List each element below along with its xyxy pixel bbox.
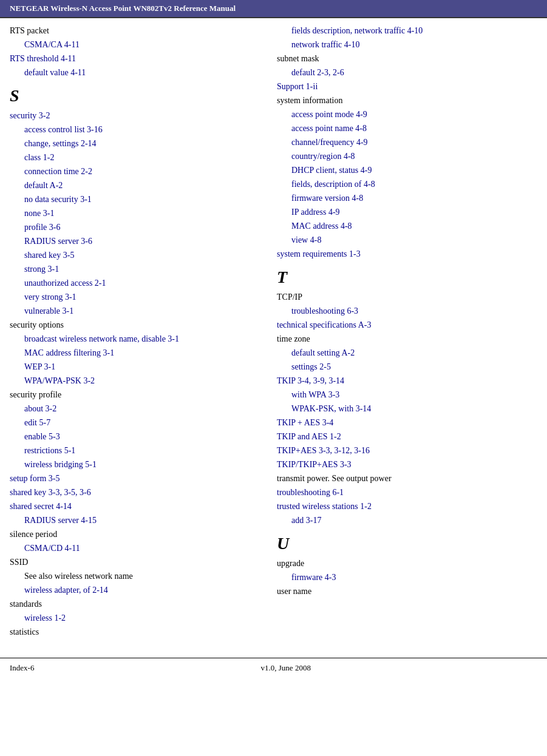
index-entry: default A-2 [10,179,265,192]
index-link[interactable]: add 3-17 [291,516,321,525]
index-entry: troubleshooting 6-1 [277,486,537,499]
index-entry: firmware 4-3 [277,571,537,584]
index-link[interactable]: system requirements 1-3 [277,249,361,258]
index-link[interactable]: edit 5-7 [24,418,50,427]
index-link[interactable]: with WPA 3-3 [291,390,339,399]
index-link[interactable]: WPA/WPA-PSK 3-2 [24,376,95,385]
index-link[interactable]: CSMA/CA 4-11 [24,40,80,49]
index-link[interactable]: troubleshooting 6-3 [291,306,358,316]
index-link[interactable]: TKIP and AES 1-2 [277,432,341,441]
index-link[interactable]: TKIP/TKIP+AES 3-3 [277,460,352,469]
index-entry: security 3-2 [10,109,265,122]
index-link[interactable]: CSMA/CD 4-11 [24,544,80,553]
index-entry: strong 3-1 [10,263,265,275]
index-link[interactable]: network traffic 4-10 [291,40,359,49]
index-link[interactable]: Support 1-ii [277,82,318,91]
index-link[interactable]: channel/frequency 4-9 [291,138,368,147]
index-link[interactable]: unauthorized access 2-1 [24,278,106,288]
index-link[interactable]: fields description, network traffic 4-10 [291,26,423,35]
index-link[interactable]: MAC address 4-8 [291,221,352,231]
index-entry: CSMA/CA 4-11 [10,38,265,51]
index-link[interactable]: shared secret 4-14 [10,502,72,511]
index-link[interactable]: security 3-2 [10,111,50,120]
index-entry: WPAK-PSK, with 3-14 [277,402,537,415]
index-link[interactable]: restrictions 5-1 [24,446,75,455]
index-link[interactable]: shared key 3-3, 3-5, 3-6 [10,488,91,497]
index-entry: broadcast wireless network name, disable… [10,332,265,345]
index-link[interactable]: none 3-1 [24,209,54,218]
index-entry: user name [277,585,537,598]
index-link[interactable]: strong 3-1 [24,265,59,274]
index-link[interactable]: shared key 3-5 [24,251,74,260]
index-link[interactable]: WPAK-PSK, with 3-14 [291,404,371,413]
index-link[interactable]: WEP 3-1 [24,362,55,371]
index-link[interactable]: trusted wireless stations 1-2 [277,502,372,511]
index-link[interactable]: view 4-8 [291,235,321,245]
index-entry: time zone [277,332,537,345]
index-link[interactable]: no data security 3-1 [24,195,92,204]
index-link[interactable]: enable 5-3 [24,432,60,441]
index-link[interactable]: vulnerable 3-1 [24,306,73,316]
index-entry: MAC address filtering 3-1 [10,346,265,359]
index-link[interactable]: default A-2 [24,181,63,190]
index-entry: troubleshooting 6-3 [277,305,537,317]
index-entry: shared key 3-3, 3-5, 3-6 [10,486,265,499]
index-link[interactable]: wireless adapter, of 2-14 [24,586,108,595]
index-link[interactable]: change, settings 2-14 [24,139,97,148]
index-entry: access point mode 4-9 [277,108,537,121]
index-link[interactable]: profile 3-6 [24,223,60,232]
index-link[interactable]: access control list 3-16 [24,125,103,134]
index-entry: WPA/WPA-PSK 3-2 [10,374,265,387]
index-entry: fields, description of 4-8 [277,178,537,191]
index-link[interactable]: default value 4-11 [24,68,86,77]
index-link[interactable]: TKIP+AES 3-3, 3-12, 3-16 [277,446,370,455]
index-link[interactable]: fields, description of 4-8 [291,180,375,189]
index-link[interactable]: broadcast wireless network name, disable… [24,334,179,343]
index-entry: SSID [10,556,265,569]
index-entry: security profile [10,388,265,401]
index-entry: shared key 3-5 [10,249,265,262]
index-entry: Support 1-ii [277,80,537,93]
index-link[interactable]: access point mode 4-9 [291,110,367,119]
index-entry: system information [277,94,537,107]
left-column: RTS packetCSMA/CA 4-11RTS threshold 4-11… [10,24,265,640]
section-letter: T [277,268,537,287]
index-link[interactable]: firmware 4-3 [291,573,336,582]
index-entry: default value 4-11 [10,66,265,79]
index-link[interactable]: class 1-2 [24,153,54,162]
index-link[interactable]: firmware version 4-8 [291,194,363,203]
index-link[interactable]: RTS threshold 4-11 [10,54,76,63]
index-link[interactable]: MAC address filtering 3-1 [24,348,114,357]
index-link[interactable]: default 2-3, 2-6 [291,68,344,77]
index-entry: network traffic 4-10 [277,38,537,51]
index-link[interactable]: very strong 3-1 [24,292,76,302]
index-link[interactable]: country/region 4-8 [291,152,355,161]
index-entry: IP address 4-9 [277,206,537,218]
index-link[interactable]: connection time 2-2 [24,167,92,176]
index-entry: wireless 1-2 [10,612,265,624]
index-link[interactable]: TKIP 3-4, 3-9, 3-14 [277,376,344,385]
index-link[interactable]: RADIUS server 3-6 [24,237,92,246]
header-title: NETGEAR Wireless-N Access Point WN802Tv2… [10,4,236,13]
index-link[interactable]: wireless 1-2 [24,613,66,623]
index-link[interactable]: wireless bridging 5-1 [24,460,97,469]
index-link[interactable]: setup form 3-5 [10,474,59,483]
index-link[interactable]: DHCP client, status 4-9 [291,166,372,175]
index-entry: access control list 3-16 [10,123,265,136]
index-entry: RTS packet [10,24,265,37]
index-link[interactable]: access point name 4-8 [291,124,367,133]
index-entry: default 2-3, 2-6 [277,66,537,79]
index-link[interactable]: TKIP + AES 3-4 [277,418,333,427]
index-link[interactable]: troubleshooting 6-1 [277,488,344,497]
index-entry: restrictions 5-1 [10,444,265,457]
index-link[interactable]: default setting A-2 [291,348,355,357]
index-entry: system requirements 1-3 [277,248,537,260]
index-link[interactable]: RADIUS server 4-15 [24,516,97,525]
index-entry: subnet mask [277,52,537,65]
index-entry: RADIUS server 3-6 [10,235,265,248]
index-link[interactable]: about 3-2 [24,404,56,413]
index-link[interactable]: settings 2-5 [291,362,331,371]
footer-left: Index-6 [10,663,34,673]
index-link[interactable]: technical specifications A-3 [277,320,372,329]
index-link[interactable]: IP address 4-9 [291,208,340,217]
